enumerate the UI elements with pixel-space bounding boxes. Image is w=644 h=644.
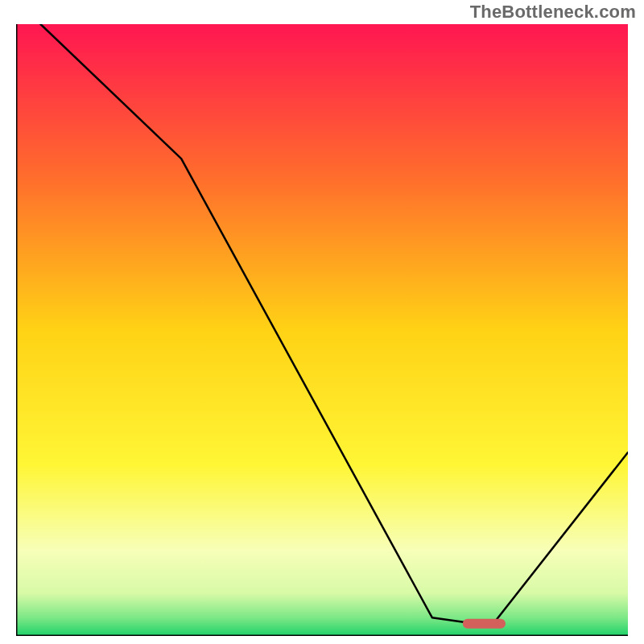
bottleneck-chart [16, 24, 628, 636]
chart-stage: TheBottleneck.com [0, 0, 644, 644]
watermark-text: TheBottleneck.com [470, 2, 636, 23]
gradient-background [16, 24, 628, 636]
optimal-marker [463, 619, 506, 629]
